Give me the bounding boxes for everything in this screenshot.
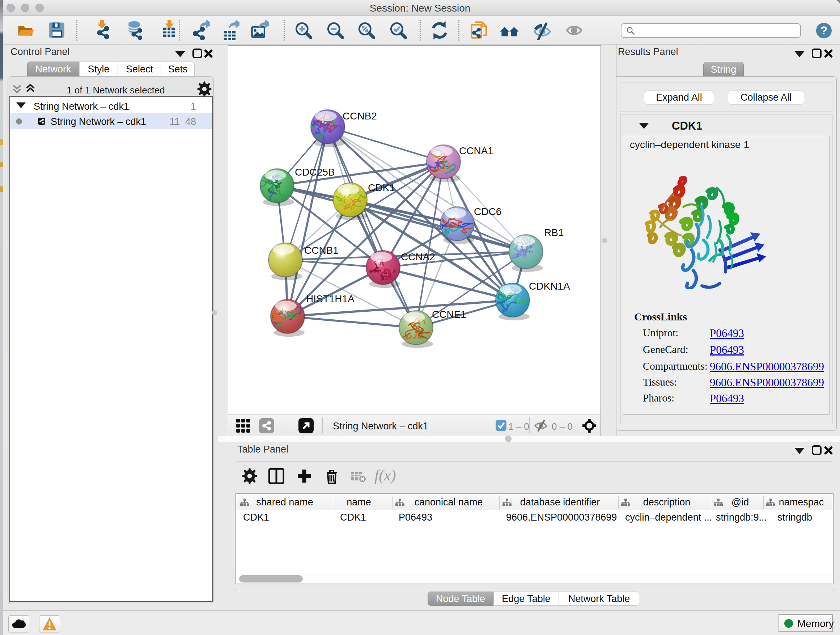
svg-text:CDC25B: CDC25B [295, 166, 335, 178]
svg-text:RB1: RB1 [544, 227, 564, 238]
svg-text:CDC6: CDC6 [474, 206, 501, 217]
svg-text:CCNB2: CCNB2 [343, 111, 377, 122]
svg-text:CCNA2: CCNA2 [401, 251, 435, 263]
svg-text:CDKN1A: CDKN1A [529, 280, 570, 292]
svg-text:CCNE1: CCNE1 [432, 309, 466, 320]
svg-text:CCNB1: CCNB1 [304, 245, 339, 256]
svg-text:HIST1H1A: HIST1H1A [306, 293, 355, 304]
svg-text:CDK1: CDK1 [368, 182, 395, 193]
svg-text:CCNA1: CCNA1 [459, 145, 493, 157]
